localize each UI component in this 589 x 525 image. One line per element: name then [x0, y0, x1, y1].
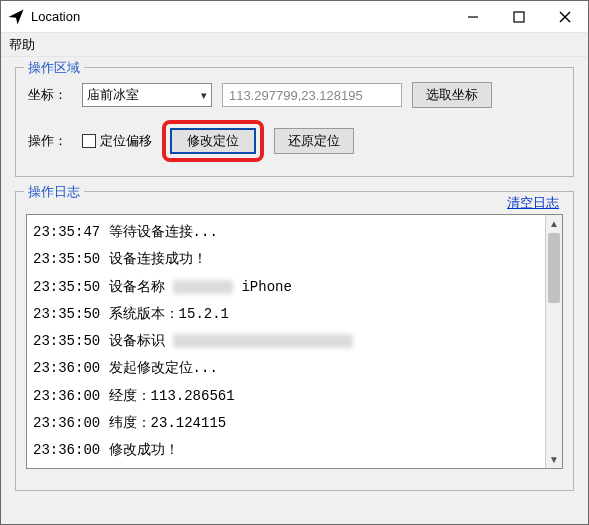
log-box: 23:35:47 等待设备连接...23:35:50 设备连接成功！23:35:… — [26, 214, 563, 469]
coordinate-row: 坐标： 庙前冰室 ▾ 113.297799,23.128195 选取坐标 — [28, 82, 561, 108]
log-line: 23:35:50 设备连接成功！ — [33, 246, 556, 273]
operation-area-group: 操作区域 坐标： 庙前冰室 ▾ 113.297799,23.128195 选取坐… — [15, 67, 574, 177]
close-button[interactable] — [542, 1, 588, 33]
scroll-down-icon[interactable]: ▼ — [546, 451, 562, 468]
coord-value-field[interactable]: 113.297799,23.128195 — [222, 83, 402, 107]
log-line: 23:35:50 系统版本：15.2.1 — [33, 301, 556, 328]
menu-help[interactable]: 帮助 — [9, 36, 35, 54]
log-line: 23:35:50 设备名称 iPhone — [33, 274, 556, 301]
operation-log-group: 操作日志 清空日志 23:35:47 等待设备连接...23:35:50 设备连… — [15, 191, 574, 491]
maximize-button[interactable] — [496, 1, 542, 33]
coord-label: 坐标： — [28, 86, 72, 104]
location-arrow-icon — [7, 8, 25, 26]
title-bar: Location — [1, 1, 588, 33]
scroll-thumb[interactable] — [548, 233, 560, 303]
minimize-button[interactable] — [450, 1, 496, 33]
log-line: 23:36:00 纬度：23.124115 — [33, 410, 556, 437]
content-area: 操作区域 坐标： 庙前冰室 ▾ 113.297799,23.128195 选取坐… — [1, 57, 588, 524]
coord-value-text: 113.297799,23.128195 — [229, 88, 363, 103]
pick-coord-button[interactable]: 选取坐标 — [412, 82, 492, 108]
log-content[interactable]: 23:35:47 等待设备连接...23:35:50 设备连接成功！23:35:… — [27, 215, 562, 469]
window-title: Location — [31, 9, 80, 24]
log-line: 23:35:50 设备标识 — [33, 328, 556, 355]
scroll-up-icon[interactable]: ▲ — [546, 215, 562, 232]
location-combobox[interactable]: 庙前冰室 ▾ — [82, 83, 212, 107]
clear-log-link[interactable]: 清空日志 — [505, 194, 561, 212]
log-line: 23:36:00 发起修改定位... — [33, 355, 556, 382]
redacted-content — [173, 280, 233, 294]
log-line: 23:35:47 等待设备连接... — [33, 219, 556, 246]
location-combobox-value: 庙前冰室 — [87, 86, 139, 104]
operation-log-legend: 操作日志 — [24, 183, 84, 201]
restore-location-button[interactable]: 还原定位 — [274, 128, 354, 154]
operation-row: 操作： 定位偏移 修改定位 还原定位 — [28, 120, 561, 162]
log-line: 23:36:00 修改成功！ — [33, 437, 556, 464]
menu-bar: 帮助 — [1, 33, 588, 57]
log-line: 23:36:00 经度：113.286561 — [33, 383, 556, 410]
offset-checkbox[interactable]: 定位偏移 — [82, 132, 152, 150]
offset-checkbox-label: 定位偏移 — [100, 132, 152, 150]
modify-location-button[interactable]: 修改定位 — [170, 128, 256, 154]
svg-rect-1 — [514, 12, 524, 22]
checkbox-box-icon — [82, 134, 96, 148]
highlight-frame: 修改定位 — [162, 120, 264, 162]
scrollbar[interactable]: ▲ ▼ — [545, 215, 562, 468]
chevron-down-icon: ▾ — [201, 89, 207, 102]
operation-area-legend: 操作区域 — [24, 59, 84, 77]
op-label: 操作： — [28, 132, 72, 150]
redacted-content — [173, 334, 353, 348]
